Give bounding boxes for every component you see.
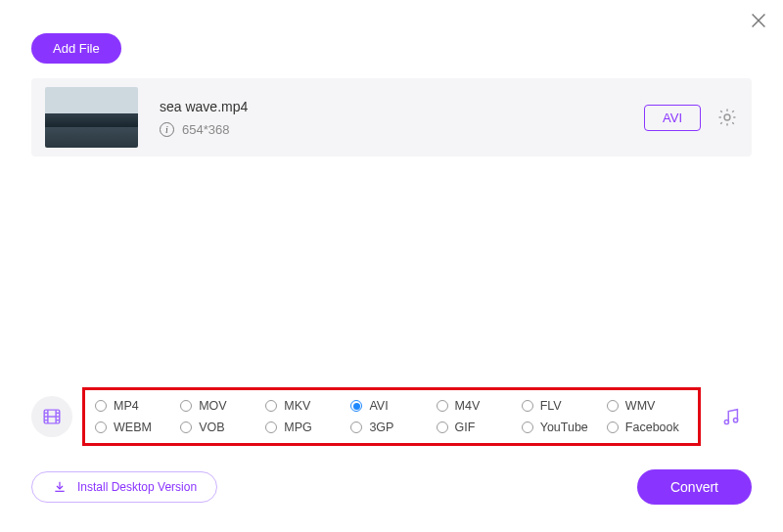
format-option-m4v[interactable]: M4V [437,399,518,413]
format-option-label: Facebook [625,421,679,434]
close-icon[interactable] [748,10,769,31]
file-name: sea wave.mp4 [160,99,248,114]
radio-icon [522,400,533,412]
format-option-label: YouTube [540,421,588,434]
format-option-gif[interactable]: GIF [437,421,518,434]
format-option-mkv[interactable]: MKV [265,399,346,413]
radio-icon [350,400,362,412]
svg-point-2 [724,114,730,120]
format-option-label: 3GP [369,421,393,434]
file-item: sea wave.mp4 i 654*368 AVI [31,78,752,156]
info-icon[interactable]: i [160,122,174,137]
format-option-webm[interactable]: WEBM [95,421,176,434]
format-option-label: FLV [540,399,562,413]
convert-button[interactable]: Convert [637,469,752,505]
format-option-flv[interactable]: FLV [522,399,603,413]
radio-icon [437,400,448,412]
file-thumbnail [45,87,138,148]
radio-icon [350,421,362,433]
format-option-avi[interactable]: AVI [350,399,432,413]
radio-icon [522,421,533,433]
format-option-label: MPG [284,421,311,434]
radio-icon [265,400,277,412]
radio-icon [180,421,192,433]
format-option-label: WEBM [114,421,152,434]
format-option-youtube[interactable]: YouTube [522,421,603,434]
format-option-label: MKV [284,399,310,413]
format-grid-highlight: MP4MOVMKVAVIM4VFLVWMVWEBMVOBMPG3GPGIFYou… [82,387,701,446]
radio-icon [607,400,619,412]
file-dimensions: 654*368 [182,122,229,137]
settings-icon[interactable] [716,107,738,128]
radio-icon [95,400,107,412]
install-desktop-label: Install Desktop Version [77,480,197,494]
video-category-icon[interactable] [31,396,72,437]
format-option-label: AVI [369,399,388,413]
file-meta: sea wave.mp4 i 654*368 [160,99,248,137]
format-option-vob[interactable]: VOB [180,421,261,434]
target-format-button[interactable]: AVI [644,105,701,131]
format-option-wmv[interactable]: WMV [607,399,688,413]
format-option-label: VOB [199,421,224,434]
format-option-facebook[interactable]: Facebook [607,421,688,434]
format-option-3gp[interactable]: 3GP [350,421,432,434]
install-desktop-button[interactable]: Install Desktop Version [31,471,217,503]
format-option-mpg[interactable]: MPG [265,421,346,434]
radio-icon [95,421,107,433]
format-option-label: MP4 [114,399,139,413]
file-dimensions-row: i 654*368 [160,122,248,137]
radio-icon [180,400,192,412]
format-option-label: WMV [625,399,656,413]
format-grid: MP4MOVMKVAVIM4VFLVWMVWEBMVOBMPG3GPGIFYou… [95,399,688,434]
format-option-label: MOV [199,399,226,413]
radio-icon [437,421,448,433]
svg-point-12 [733,419,737,422]
radio-icon [607,421,619,433]
format-option-label: M4V [455,399,481,413]
radio-icon [265,421,277,433]
format-option-label: GIF [455,421,476,434]
add-file-button[interactable]: Add File [31,33,121,64]
format-bar: MP4MOVMKVAVIM4VFLVWMVWEBMVOBMPG3GPGIFYou… [31,385,752,448]
download-icon [52,479,68,495]
format-option-mp4[interactable]: MP4 [95,399,176,413]
audio-category-icon[interactable] [711,396,752,437]
bottom-bar: Install Desktop Version Convert [31,469,752,505]
svg-point-11 [724,420,728,423]
format-option-mov[interactable]: MOV [180,399,261,413]
